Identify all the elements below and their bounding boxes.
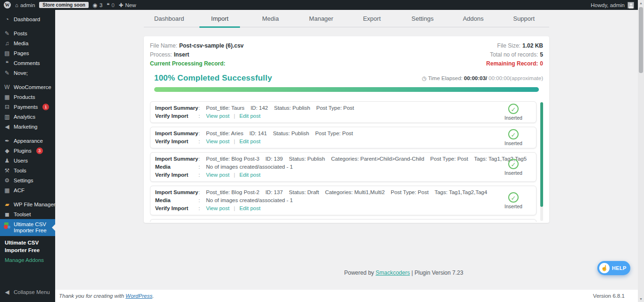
window-scrollbar[interactable]: ▲ ▼ xyxy=(638,0,644,302)
sidebar-item-posts[interactable]: ✎Posts xyxy=(0,28,55,38)
sidebar-item-ultimate-csv-importer[interactable]: Ultimate CSV Importer Free xyxy=(0,219,55,236)
collapse-menu-button[interactable]: ◀ Collapse Menu xyxy=(0,289,50,295)
import-summary-row: Import Summary:Post_title: Taurs ID: 142… xyxy=(150,101,537,123)
sidebar-item-tools[interactable]: ⚒Tools xyxy=(0,165,55,175)
view-post-link[interactable]: View post xyxy=(206,205,230,212)
sidebar-item-settings[interactable]: ⚙Settings xyxy=(0,175,55,185)
sidebar-item-acf[interactable]: ▦ACF xyxy=(0,185,55,195)
sidebar-item-dashboard[interactable]: ◔Dashboard xyxy=(0,14,55,24)
comments-menu[interactable]: ❝ 0 xyxy=(107,2,115,8)
sidebar-item-analytics[interactable]: ▥Analytics xyxy=(0,112,55,122)
powered-by-text: Powered by xyxy=(344,269,374,276)
avatar[interactable] xyxy=(627,2,634,8)
wp-version-text: Version 6.8.1 xyxy=(593,293,625,299)
tab-support[interactable]: Support xyxy=(499,10,550,27)
import-summary-row: Import Summary:Post_title: Blog Post-3 I… xyxy=(150,152,537,182)
home-icon: ⌂ xyxy=(15,2,18,8)
pushpin-icon: ✎ xyxy=(4,30,10,37)
sidebar-item-media[interactable]: ♫Media xyxy=(0,38,55,48)
sidebar-item-users[interactable]: ♟Users xyxy=(0,155,55,165)
file-name-value: Post-csv-sample (6).csv xyxy=(179,41,244,50)
sidebar-item-wp-file-manager[interactable]: ▰WP File Manager xyxy=(0,199,55,209)
thanks-text: Thank you for creating with WordPress. xyxy=(59,293,154,299)
sidebar-item-comments[interactable]: ❝Comments xyxy=(0,58,55,68)
submenu-item-manage-addons[interactable]: Manage Addons xyxy=(5,257,52,263)
plus-icon: ✚ xyxy=(119,2,124,8)
sidebar-item-appearance[interactable]: ✒Appearance xyxy=(0,136,55,146)
row-summary-text: Post_title: Aries ID: 141 Status: Publis… xyxy=(206,130,353,137)
payments-badge: 1 xyxy=(42,104,49,110)
submenu-item-ultimate-csv-importer[interactable]: Ultimate CSV Importer Free xyxy=(5,239,52,254)
wrench-icon: ⚒ xyxy=(4,167,10,174)
sidebar-item-payments[interactable]: ⊟Payments1 xyxy=(0,102,55,112)
comments-count: 0 xyxy=(112,2,115,8)
settings-icon: ⚙ xyxy=(4,177,10,184)
row-summary-text: Post_title: Blog Post-3 ID: 139 Status: … xyxy=(206,155,527,163)
total-records-label: Total no of records: xyxy=(490,50,538,59)
media-icon: ♫ xyxy=(4,40,10,47)
tab-manager[interactable]: Manager xyxy=(296,10,347,27)
howdy-menu[interactable]: Howdy, admin xyxy=(591,2,625,8)
updates-count: 3 xyxy=(99,2,102,8)
new-content-menu[interactable]: ✚ New xyxy=(119,2,136,8)
users-icon: ♟ xyxy=(4,157,10,164)
tab-import[interactable]: Import xyxy=(195,10,246,27)
view-post-link[interactable]: View post xyxy=(206,113,230,120)
sidebar-item-marketing[interactable]: ◀Marketing xyxy=(0,122,55,131)
file-size-label: File Size: xyxy=(497,41,520,50)
list-scrollbar-thumb[interactable] xyxy=(540,102,543,207)
tab-export[interactable]: Export xyxy=(347,10,397,27)
site-name: admin xyxy=(20,2,35,8)
row-status: ✓Inserted xyxy=(499,104,528,121)
sidebar-item-products[interactable]: ▦Products xyxy=(0,92,55,102)
store-coming-soon-badge[interactable]: Store coming soon xyxy=(39,2,89,8)
sidebar-item-toolset[interactable]: ◼Toolset xyxy=(0,209,55,219)
edit-post-link[interactable]: Edit post xyxy=(239,205,261,212)
new-label: New xyxy=(125,2,136,8)
tab-settings[interactable]: Settings xyxy=(397,10,448,27)
folder-icon: ▰ xyxy=(4,201,10,208)
plugin-footer: Powered by Smackcoders | Plugin Version … xyxy=(344,269,463,276)
smackcoders-link[interactable]: Smackcoders xyxy=(376,269,410,276)
updates-menu[interactable]: ◉ 3 xyxy=(93,2,102,8)
tab-media[interactable]: Media xyxy=(245,10,296,27)
clock-icon: ◷ xyxy=(422,75,427,82)
sidebar-item-plugins[interactable]: ◆Plugins3 xyxy=(0,146,55,155)
edit-post-link[interactable]: Edit post xyxy=(239,171,261,179)
tab-dashboard[interactable]: Dashboard xyxy=(144,10,195,27)
row-media-text: No of images created/associated - 1 xyxy=(206,163,293,171)
list-scrollbar[interactable] xyxy=(540,102,543,221)
remaining-record-label: Remaining Record: xyxy=(486,59,538,68)
tab-addons[interactable]: Addons xyxy=(448,10,499,27)
row-status: ✓Inserted xyxy=(499,192,528,209)
window-scrollbar-thumb[interactable] xyxy=(639,7,643,73)
file-name-label: File Name: xyxy=(150,41,177,50)
time-elapsed-label: Time Elapsed: xyxy=(428,75,462,81)
view-post-link[interactable]: View post xyxy=(206,138,230,145)
import-summary-row: Import Summary:Post_title: Blogg Post-1 … xyxy=(150,219,537,222)
help-button[interactable]: ☝ HELP xyxy=(597,261,630,275)
scroll-up-arrow[interactable]: ▲ xyxy=(638,1,644,5)
edit-post-link[interactable]: Edit post xyxy=(239,113,261,120)
row-summary-text: Post_title: Taurs ID: 142 Status: Publis… xyxy=(206,105,354,112)
collapse-arrow-icon: ◀ xyxy=(4,289,10,295)
wp-footer: Thank you for creating with WordPress. V… xyxy=(55,290,638,302)
wordpress-menu[interactable]: W xyxy=(4,1,11,8)
sidebar-item-nove[interactable]: ✎Nove; xyxy=(0,68,55,78)
wordpress-link[interactable]: WordPress xyxy=(125,293,152,299)
remaining-record-value: 0 xyxy=(540,59,543,68)
site-name-menu[interactable]: ⌂ admin xyxy=(15,2,35,8)
scroll-down-arrow[interactable]: ▼ xyxy=(638,297,644,301)
row-status: ✓Inserted xyxy=(499,129,528,146)
plugin-version-text: | Plugin Version 7.23 xyxy=(412,269,463,276)
sidebar: ◔Dashboard ✎Posts ♫Media ▤Pages ❝Comment… xyxy=(0,10,55,302)
total-records-value: 5 xyxy=(540,50,543,59)
edit-post-link[interactable]: Edit post xyxy=(239,138,261,145)
dashboard-icon: ◔ xyxy=(4,16,10,23)
brush-icon: ✒ xyxy=(4,138,10,144)
sidebar-item-woocommerce[interactable]: WWooCommerce xyxy=(0,82,55,92)
view-post-link[interactable]: View post xyxy=(206,171,230,179)
sidebar-item-pages[interactable]: ▤Pages xyxy=(0,48,55,58)
row-status: ✓Inserted xyxy=(499,159,528,176)
plugin-icon: ◆ xyxy=(4,147,10,154)
